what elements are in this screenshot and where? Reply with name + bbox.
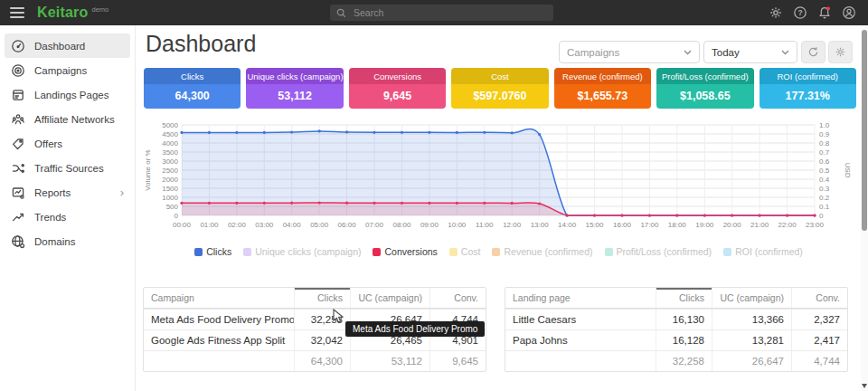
brand-logo: Keitaro [37, 5, 89, 21]
legend-item-clicks[interactable]: Clicks [194, 246, 231, 257]
svg-text:4000: 4000 [162, 139, 178, 148]
sidebar-item-campaigns[interactable]: Campaigns [5, 58, 130, 82]
notifications-bell-icon[interactable] [817, 5, 832, 20]
sidebar-item-traffic-sources[interactable]: Traffic Sources [5, 156, 130, 180]
column-header[interactable]: UC (campaign) [712, 288, 791, 308]
metric-label: Cost [451, 68, 548, 84]
metric-value: 64,300 [144, 84, 241, 109]
svg-text:00:00: 00:00 [173, 221, 192, 229]
svg-text:1500: 1500 [162, 185, 178, 193]
table-cell: 16,128 [656, 330, 712, 350]
campaigns-filter-select[interactable]: Campaigns [559, 41, 700, 63]
sidebar-item-affiliate-networks[interactable]: Affiliate Networks [5, 107, 130, 131]
table-cell: 26,647 [712, 351, 791, 371]
legend-item-cost[interactable]: Cost [449, 246, 481, 257]
column-header[interactable]: Conv. [791, 288, 847, 308]
svg-text:500: 500 [166, 203, 179, 211]
metric-value: $1,655.73 [554, 84, 651, 109]
svg-text:14:00: 14:00 [558, 221, 577, 229]
account-icon[interactable] [842, 5, 856, 20]
svg-text:06:00: 06:00 [338, 221, 357, 229]
table-row[interactable]: Papa Johns16,12813,2812,417 [505, 329, 847, 350]
metric-value: $1,058.65 [656, 84, 753, 109]
brand-demo-label: demo [92, 5, 109, 14]
scrollbar-down-arrow[interactable] [862, 384, 867, 388]
sidebar-item-reports[interactable]: Reports› [5, 180, 130, 205]
table-cell: Papa Johns [505, 335, 656, 346]
svg-text:1000: 1000 [162, 194, 178, 202]
metric-label: Conversions [349, 68, 446, 84]
svg-text:16:00: 16:00 [613, 221, 632, 229]
svg-text:0.9: 0.9 [819, 130, 830, 138]
svg-text:19:00: 19:00 [695, 221, 714, 229]
legend-item-roi-confirmed-[interactable]: ROI (confirmed) [723, 246, 803, 257]
column-header[interactable]: Campaign [144, 292, 294, 303]
settings-gear-icon[interactable] [769, 5, 783, 20]
sidebar-item-label: Domains [34, 236, 75, 247]
scrollbar-thumb[interactable] [862, 30, 867, 231]
legend-item-revenue-confirmed-[interactable]: Revenue (confirmed) [492, 246, 592, 257]
legend-item-unique-clicks-campaign-[interactable]: Unique clicks (campaign) [243, 246, 361, 257]
sidebar-item-label: Reports [34, 187, 71, 198]
column-header[interactable]: Clicks [294, 288, 350, 308]
table-cell: 32,258 [294, 310, 350, 329]
svg-text:17:00: 17:00 [640, 221, 659, 229]
y-axis-label-left: Volume or % [144, 149, 152, 190]
table-cell: 13,366 [712, 310, 791, 329]
domains-icon [11, 234, 25, 249]
hamburger-menu-icon[interactable] [10, 7, 24, 18]
date-range-select[interactable]: Today [703, 41, 797, 63]
legend-label: Unique clicks (campaign) [255, 246, 361, 257]
table-row[interactable]: Little Caesars16,13013,3662,327 [505, 309, 847, 329]
legend-swatch [243, 248, 251, 256]
column-header[interactable]: UC (campaign) [350, 288, 429, 308]
svg-text:20:00: 20:00 [723, 221, 742, 229]
sidebar-item-landings-pages[interactable]: Landings Pages [5, 82, 130, 107]
search-icon [336, 8, 346, 18]
svg-text:0: 0 [819, 212, 824, 220]
sidebar-item-label: Campaigns [34, 65, 87, 76]
table-cell: Little Caesars [505, 314, 656, 325]
table-header-row: CampaignClicksUC (campaign)Conv. [144, 288, 486, 309]
svg-text:13:00: 13:00 [531, 221, 550, 229]
date-range-value: Today [712, 47, 740, 58]
svg-text:21:00: 21:00 [750, 221, 769, 229]
sidebar: DashboardCampaignsLandings PagesAffiliat… [0, 25, 136, 391]
legend-item-conversions[interactable]: Conversions [373, 246, 437, 257]
metric-card-revenue-confirmed-: Revenue (confirmed)$1,655.73 [554, 68, 651, 109]
table-header-row: Landing pageClicksUC (campaign)Conv. [505, 288, 847, 309]
help-icon[interactable]: ? [793, 5, 807, 20]
legend-label: Revenue (confirmed) [504, 246, 592, 257]
metric-value: 177.31% [760, 84, 856, 109]
svg-text:09:00: 09:00 [420, 221, 439, 229]
sidebar-item-trends[interactable]: Trends [5, 205, 130, 229]
svg-text:0.3: 0.3 [819, 185, 830, 193]
sidebar-item-domains[interactable]: Domains [5, 229, 130, 253]
search-input[interactable] [352, 6, 536, 19]
svg-text:02:00: 02:00 [228, 221, 247, 229]
gear-icon [835, 46, 846, 58]
table-cell: Google Ads Fitness App Split [144, 335, 294, 346]
refresh-button[interactable] [801, 41, 826, 63]
campaigns-icon [11, 63, 25, 78]
search-box[interactable] [330, 5, 553, 21]
svg-text:10:00: 10:00 [448, 221, 467, 229]
svg-text:0.5: 0.5 [819, 167, 830, 175]
column-header[interactable]: Clicks [656, 288, 712, 308]
dashboard-icon [11, 39, 25, 53]
column-header[interactable]: Landing page [505, 292, 656, 303]
sidebar-item-label: Offers [34, 138, 62, 149]
sidebar-item-offers[interactable]: Offers [5, 131, 130, 156]
svg-text:01:00: 01:00 [200, 221, 219, 229]
dashboard-settings-button[interactable] [828, 41, 853, 63]
sidebar-item-dashboard[interactable]: Dashboard [5, 33, 130, 58]
column-header[interactable]: Conv. [429, 288, 486, 308]
legend-item-profit-loss-confirmed-[interactable]: Profit/Loss (confirmed) [605, 246, 712, 257]
topbar-actions: ? [769, 0, 856, 25]
trends-icon [11, 210, 25, 224]
topbar: Keitaro demo ? [0, 0, 868, 25]
legend-swatch [605, 248, 613, 256]
metric-card-roi-confirmed-: ROI (confirmed)177.31% [760, 68, 856, 109]
svg-text:1.0: 1.0 [819, 121, 830, 129]
table-cell: 53,112 [350, 351, 429, 371]
